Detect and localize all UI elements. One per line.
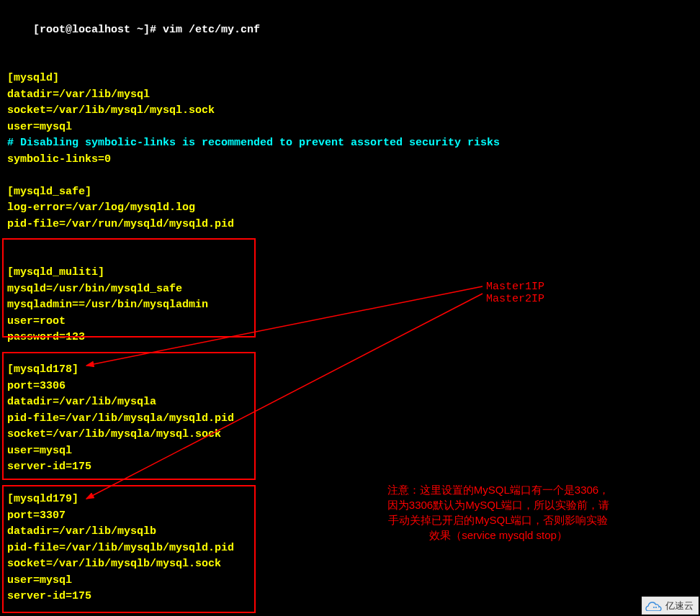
note-line-1: 注意：这里设置的MySQL端口有一个是3306， bbox=[376, 482, 621, 497]
cfg-socket: socket=/var/lib/mysql/mysql.sock bbox=[7, 103, 693, 119]
svg-point-4 bbox=[655, 607, 657, 608]
annotation-box-2 bbox=[2, 352, 256, 480]
cfg-datadir: datadir=/var/lib/mysql bbox=[7, 87, 693, 104]
note-line-3: 手动关掉已开启的MySQL端口，否则影响实验 bbox=[376, 512, 621, 527]
annotation-note: 注意：这里设置的MySQL端口有一个是3306， 因为3306默认为MySQL端… bbox=[376, 482, 621, 543]
note-line-2: 因为3306默认为MySQL端口，所以实验前，请 bbox=[376, 497, 621, 512]
shell-prompt: [root@localhost ~]# bbox=[33, 24, 163, 36]
cfg-logerror: log-error=/var/log/mysqld.log bbox=[7, 200, 693, 217]
note-line-4: 效果（service mysqld stop） bbox=[376, 527, 621, 543]
cfg-pidfile: pid-file=/var/run/mysqld/mysqld.pid bbox=[7, 217, 693, 233]
vim-command: vim /etc/my.cnf bbox=[163, 24, 260, 36]
svg-point-3 bbox=[653, 607, 655, 608]
section-mysqld-safe: [mysqld_safe] bbox=[7, 184, 693, 201]
section-mysqld: [mysqld] bbox=[7, 71, 693, 87]
cfg-comment: # Disabling symbolic-links is recommende… bbox=[7, 135, 693, 152]
master2-label: Master2IP bbox=[486, 291, 544, 308]
watermark-text: 亿速云 bbox=[665, 599, 694, 613]
annotation-box-1 bbox=[2, 238, 256, 338]
cfg-user: user=mysql bbox=[7, 119, 693, 136]
watermark: 亿速云 bbox=[642, 597, 699, 615]
cfg-symlinks: symbolic-links=0 bbox=[7, 152, 693, 168]
cloud-icon bbox=[645, 599, 663, 611]
annotation-box-3 bbox=[2, 485, 256, 613]
